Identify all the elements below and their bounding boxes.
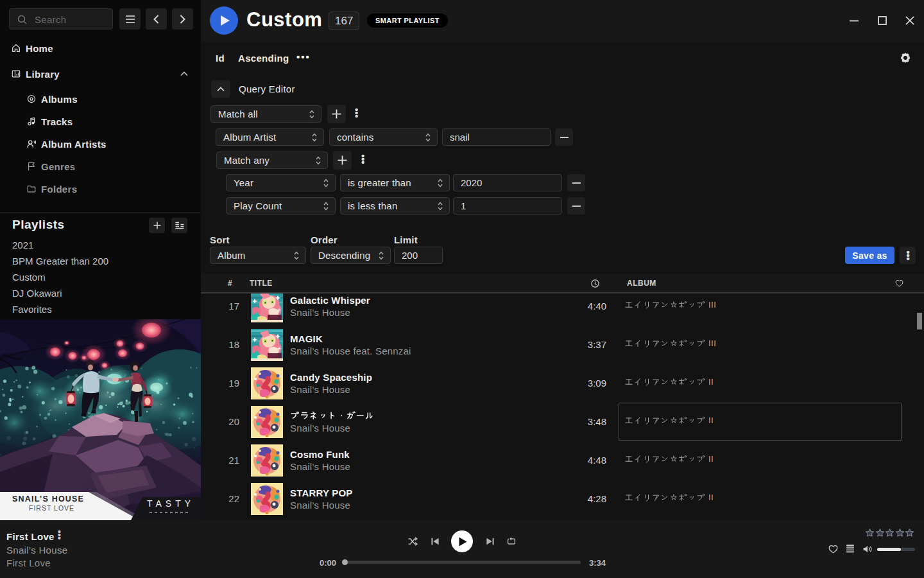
svg-text:FIRST LOVE: FIRST LOVE	[29, 504, 74, 512]
svg-text:TASTY: TASTY	[147, 498, 194, 509]
svg-text:SNAIL’S HOUSE: SNAIL’S HOUSE	[12, 495, 84, 504]
